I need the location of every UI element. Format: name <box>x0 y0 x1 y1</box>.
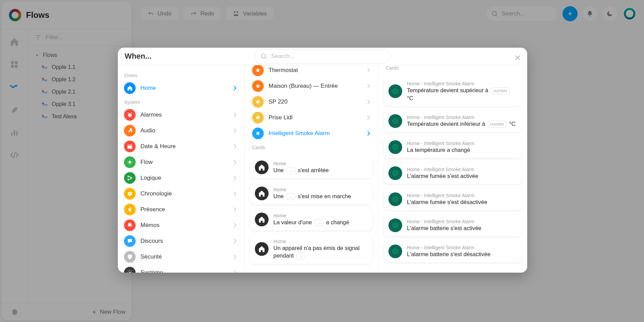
card-title: Un appareil n'a pas émis de signal penda… <box>273 244 368 260</box>
svg-point-26 <box>257 69 260 72</box>
zone-row[interactable]: Home <box>121 80 239 96</box>
system-label: Date & Heure <box>140 143 176 150</box>
svg-point-38 <box>394 172 396 174</box>
token-pill: … <box>286 167 295 174</box>
modal-categories: Zones Home System Alarmes Audio Date & H… <box>118 65 245 273</box>
device-label: Thermostat <box>269 67 298 74</box>
svg-point-37 <box>393 171 398 176</box>
system-row[interactable]: Date & Heure <box>121 139 239 154</box>
smoke-alarm-icon <box>388 166 402 180</box>
system-label: Audio <box>140 127 155 134</box>
category-icon <box>124 156 136 168</box>
svg-point-28 <box>257 100 260 104</box>
modal-close-button[interactable]: ✕ <box>514 53 521 63</box>
card-subtitle: Home <box>273 187 368 192</box>
trigger-card[interactable]: Home - Intelligent Smoke Alarm La tempér… <box>384 136 522 158</box>
smoke-alarm-icon <box>388 84 402 98</box>
modal-device-cards: Cards Home - Intelligent Smoke Alarm Tem… <box>378 65 527 273</box>
device-row[interactable]: Maison (Bureau) — Entrée <box>249 78 373 94</box>
svg-point-21 <box>127 176 129 177</box>
token-pill: number <box>491 87 510 94</box>
home-icon <box>255 187 269 200</box>
trigger-card[interactable]: Home - Intelligent Smoke Alarm L'alarme … <box>384 214 522 236</box>
device-icon <box>252 96 264 108</box>
chevron-right-icon <box>233 207 237 212</box>
token-pill: number <box>488 121 507 128</box>
device-row[interactable]: Intelligent Smoke Alarm <box>249 126 373 141</box>
trigger-card[interactable]: Home - Intelligent Smoke Alarm Températu… <box>384 77 522 106</box>
trigger-card[interactable]: Home Une … s'est mise en marche <box>250 182 372 204</box>
system-row[interactable]: Flow <box>121 154 239 170</box>
trigger-card[interactable]: Home La valeur d'une … a changé <box>250 208 372 230</box>
chevron-right-icon <box>233 85 237 91</box>
trigger-card[interactable]: Home Un appareil n'a pas émis de signal … <box>250 235 372 264</box>
token-pill: … <box>296 253 305 260</box>
svg-point-44 <box>394 250 396 252</box>
device-row[interactable]: SP 220 <box>249 94 373 110</box>
system-label: Chronologie <box>140 190 172 197</box>
svg-point-33 <box>393 119 398 124</box>
card-title: L'alarme batterie s'est désactivée <box>407 250 517 258</box>
svg-rect-19 <box>127 145 132 149</box>
category-icon <box>124 125 136 136</box>
category-icon <box>124 267 136 273</box>
trigger-card[interactable]: Home - Intelligent Smoke Alarm Températu… <box>384 110 522 132</box>
cards-section-label: Cards <box>249 141 373 152</box>
svg-point-20 <box>128 161 131 164</box>
svg-point-22 <box>127 179 129 180</box>
system-row[interactable]: Alarmes <box>121 107 239 123</box>
zone-label: Home <box>140 85 156 92</box>
device-icon <box>252 112 264 123</box>
card-subtitle: Home - Intelligent Smoke Alarm <box>407 193 517 198</box>
device-row[interactable]: Thermostat <box>249 65 373 78</box>
svg-point-40 <box>394 198 396 200</box>
system-label: Mémos <box>140 222 160 229</box>
smoke-alarm-icon <box>388 218 402 232</box>
system-row[interactable]: Audio <box>121 123 239 139</box>
category-icon <box>124 251 136 263</box>
when-modal: When... Search... ✕ Zones Home System Al… <box>118 48 527 273</box>
device-label: Intelligent Smoke Alarm <box>269 130 330 137</box>
chevron-right-icon <box>367 68 370 73</box>
category-icon <box>124 219 136 231</box>
chevron-right-icon <box>233 270 237 273</box>
modal-search[interactable]: Search... <box>255 49 391 63</box>
trigger-card[interactable]: Home - Intelligent Smoke Alarm L'alarme … <box>384 240 522 262</box>
svg-point-42 <box>394 224 396 226</box>
card-title: La température a changé <box>407 146 517 154</box>
home-icon <box>255 242 269 256</box>
category-icon <box>124 141 136 152</box>
card-title: L'alarme fumée s'est désactivée <box>407 198 517 206</box>
modal-devices: Thermostat Maison (Bureau) — Entrée SP 2… <box>245 65 378 273</box>
trigger-card[interactable]: Home - Intelligent Smoke Alarm L'alarme … <box>384 188 522 210</box>
card-subtitle: Home - Intelligent Smoke Alarm <box>407 141 517 146</box>
device-cards-section-label: Cards <box>383 65 522 73</box>
svg-point-41 <box>393 223 398 228</box>
modal-search-placeholder: Search... <box>271 53 295 60</box>
system-row[interactable]: Présence <box>121 202 239 217</box>
system-row[interactable]: Sécurité <box>121 249 239 265</box>
trigger-card[interactable]: Home Une … s'est arrêtée <box>250 156 372 178</box>
svg-point-25 <box>129 272 131 273</box>
system-row[interactable]: Logique <box>121 170 239 186</box>
system-label: Système <box>140 269 163 273</box>
system-row[interactable]: Système <box>121 265 239 273</box>
chevron-right-icon <box>367 115 370 120</box>
device-row[interactable]: Prise Lidl <box>249 110 373 126</box>
home-icon <box>124 82 136 94</box>
svg-point-29 <box>257 116 260 119</box>
card-title: L'alarme batterie s'est activée <box>407 224 517 232</box>
token-pill: … <box>286 193 295 200</box>
smoke-alarm-icon <box>388 192 402 206</box>
system-row[interactable]: Mémos <box>121 217 239 233</box>
chevron-right-icon <box>367 83 370 89</box>
device-icon <box>252 80 264 92</box>
svg-point-35 <box>393 145 398 150</box>
system-row[interactable]: Discours <box>121 233 239 249</box>
token-pill: … <box>314 219 323 226</box>
svg-point-31 <box>393 89 398 94</box>
category-icon <box>124 188 136 200</box>
category-icon <box>124 172 136 184</box>
system-row[interactable]: Chronologie <box>121 186 239 202</box>
trigger-card[interactable]: Home - Intelligent Smoke Alarm L'alarme … <box>384 162 522 184</box>
